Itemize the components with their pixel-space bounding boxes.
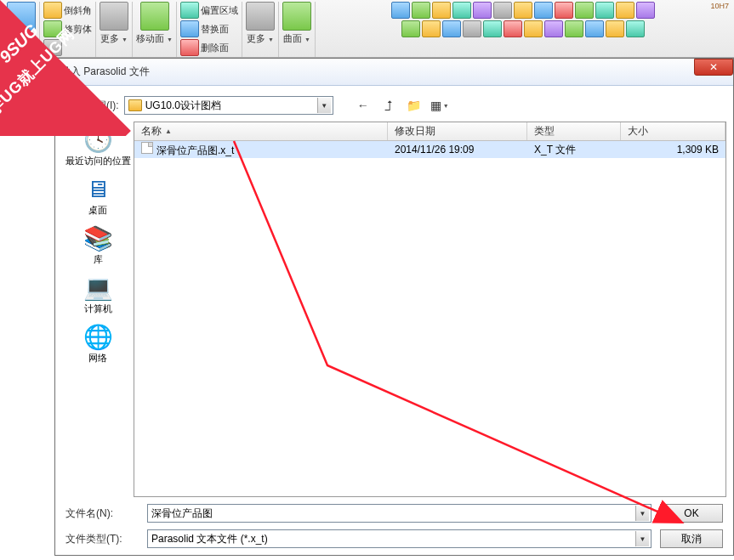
zoom-indicator: 10H7: [710, 2, 729, 10]
ribbon-group-chamfer: 倒斜角 修剪体 边倒圆: [40, 2, 96, 57]
col-type[interactable]: 类型: [527, 122, 621, 140]
ribbon-icon[interactable]: [504, 20, 522, 37]
surface-icon[interactable]: [282, 2, 311, 31]
chamfer-icon[interactable]: [43, 2, 62, 19]
ribbon-group-misc: 10H7: [316, 2, 731, 57]
ribbon-group-moveface[interactable]: 移动面 ▼: [133, 2, 177, 57]
ribbon-icon[interactable]: [626, 20, 645, 37]
trim-icon[interactable]: [43, 20, 62, 37]
desktop-icon: 🖥: [81, 174, 115, 203]
ribbon-icon[interactable]: [483, 20, 502, 37]
ribbon-icon[interactable]: [544, 20, 563, 37]
folder-icon: [128, 99, 142, 111]
ribbon-icon[interactable]: [565, 20, 583, 37]
ribbon-icon[interactable]: [585, 20, 604, 37]
cell-type: X_T 文件: [527, 141, 621, 159]
new-folder-icon[interactable]: 📁: [407, 99, 422, 112]
ribbon-icon[interactable]: [493, 2, 512, 19]
ribbon-group-more[interactable]: 更多 ▼: [96, 2, 133, 57]
recent-icon: 🕓: [81, 125, 115, 154]
ribbon-icon[interactable]: [412, 2, 430, 19]
sort-asc-icon: ▲: [165, 127, 172, 135]
filename-row: 文件名(N): 深骨位产品图 ▼ OK: [65, 504, 723, 523]
cell-date: 2014/11/26 19:09: [388, 142, 527, 157]
chevron-down-icon[interactable]: ▼: [635, 506, 649, 521]
chevron-down-icon[interactable]: ▼: [635, 531, 649, 546]
ribbon-icon[interactable]: [7, 2, 36, 31]
ribbon-icon[interactable]: [606, 20, 624, 37]
filetype-combo[interactable]: Parasolid 文本文件 (*.x_t) ▼: [147, 529, 651, 548]
content-area: 🕓 最近访问的位置 🖥 桌面 📚 库 💻 计算机 🌐 网络: [62, 122, 726, 497]
dialog-body: 查找范围(I): UG10.0设计图档 ▼ ← ⮥ 📁 ▦▼ 🕓 最近访问的位置: [55, 86, 733, 555]
filetype-label: 文件类型(T):: [65, 532, 139, 546]
places-bar: 🕓 最近访问的位置 🖥 桌面 📚 库 💻 计算机 🌐 网络: [62, 122, 134, 497]
ribbon-icon[interactable]: [43, 39, 62, 56]
lookin-row: 查找范围(I): UG10.0设计图档 ▼ ← ⮥ 📁 ▦▼: [62, 91, 726, 122]
network-icon: 🌐: [81, 322, 115, 351]
more-icon[interactable]: [100, 2, 128, 31]
filetype-value: Parasolid 文本文件 (*.x_t): [151, 532, 632, 546]
ribbon-icon[interactable]: [391, 2, 410, 19]
ribbon-icon[interactable]: [636, 2, 655, 19]
dialog-titlebar[interactable]: 导入 Parasolid 文件 ✕: [55, 59, 733, 86]
ribbon-icon[interactable]: [422, 20, 441, 37]
ribbon-icon[interactable]: [452, 2, 471, 19]
ribbon-group-face: 偏置区域 替换面 删除面: [177, 2, 242, 57]
lookin-value: UG10.0设计图档: [145, 99, 314, 113]
place-recent[interactable]: 🕓 最近访问的位置: [65, 125, 131, 166]
ribbon-group-more2[interactable]: 更多 ▼: [242, 2, 279, 57]
file-list: 名称▲ 修改日期 类型 大小 深骨位产品图.x_t 2014/11/26 19:…: [134, 122, 726, 497]
dialog-bottom: 文件名(N): 深骨位产品图 ▼ OK 文件类型(T): Parasolid 文…: [62, 497, 726, 548]
table-row[interactable]: 深骨位产品图.x_t 2014/11/26 19:09 X_T 文件 1,309…: [134, 141, 725, 158]
ribbon-icon[interactable]: [442, 20, 461, 37]
ribbon-label: 移动面: [136, 33, 164, 43]
delete-face-icon[interactable]: [180, 39, 199, 56]
chevron-down-icon[interactable]: ▼: [317, 98, 331, 113]
ribbon-icon[interactable]: [401, 20, 420, 37]
offset-region-icon[interactable]: [180, 2, 199, 19]
lookin-label: 查找范围(I):: [65, 99, 119, 113]
more-icon[interactable]: [246, 2, 275, 31]
file-icon: [141, 142, 153, 154]
col-name[interactable]: 名称▲: [134, 122, 388, 140]
place-network[interactable]: 🌐 网络: [81, 322, 115, 363]
cell-name: 深骨位产品图.x_t: [134, 141, 388, 160]
replace-face-icon[interactable]: [180, 20, 199, 37]
ribbon-icon[interactable]: [555, 2, 573, 19]
move-face-icon[interactable]: [140, 2, 169, 31]
ribbon-text: 倒斜角: [64, 4, 92, 17]
ribbon-text: 修剪体: [64, 23, 92, 36]
ribbon-icon[interactable]: [514, 2, 532, 19]
place-computer[interactable]: 💻 计算机: [81, 273, 115, 314]
ribbon-icon[interactable]: [524, 20, 543, 37]
close-button[interactable]: ✕: [694, 59, 733, 76]
place-desktop[interactable]: 🖥 桌面: [81, 174, 115, 215]
ribbon-icon[interactable]: [534, 2, 553, 19]
lookin-combo[interactable]: UG10.0设计图档 ▼: [124, 96, 333, 115]
ribbon-group-surface[interactable]: 曲面 ▼: [279, 2, 316, 57]
col-date[interactable]: 修改日期: [388, 122, 527, 140]
ribbon-icon[interactable]: [595, 2, 614, 19]
ribbon-icon[interactable]: [616, 2, 634, 19]
col-size[interactable]: 大小: [621, 122, 725, 140]
filename-combo[interactable]: 深骨位产品图 ▼: [147, 504, 651, 523]
ribbon-label: 更多: [247, 33, 265, 43]
column-headers[interactable]: 名称▲ 修改日期 类型 大小: [134, 122, 725, 141]
ok-button[interactable]: OK: [660, 504, 723, 523]
ribbon-icon[interactable]: [575, 2, 594, 19]
file-area[interactable]: 深骨位产品图.x_t 2014/11/26 19:09 X_T 文件 1,309…: [134, 141, 725, 496]
ribbon-toolbar: 倒斜角 修剪体 边倒圆 更多 ▼ 移动面 ▼ 偏置区域 替换面 删除面 更多 ▼…: [0, 0, 734, 58]
ribbon-label: 更多: [100, 33, 119, 43]
cancel-button[interactable]: 取消: [660, 529, 723, 548]
ribbon-icon[interactable]: [473, 2, 492, 19]
back-icon[interactable]: ←: [356, 99, 371, 112]
ribbon-icon[interactable]: [463, 20, 481, 37]
ribbon-label: 曲面: [283, 33, 302, 43]
ribbon-group: [3, 2, 40, 57]
place-libraries[interactable]: 📚 库: [81, 223, 115, 264]
ribbon-text: 偏置区域: [201, 4, 238, 17]
dialog-title: 导入 Parasolid 文件: [60, 65, 150, 79]
views-icon[interactable]: ▦▼: [432, 99, 447, 112]
ribbon-icon[interactable]: [432, 2, 451, 19]
up-icon[interactable]: ⮥: [381, 99, 396, 112]
